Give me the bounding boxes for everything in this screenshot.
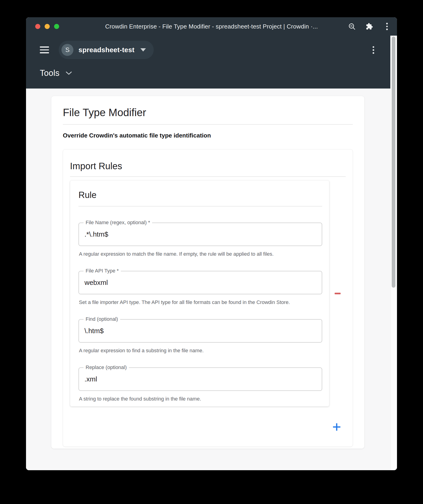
crowdin-app-header: S spreadsheet-test Tools (26, 36, 390, 89)
zoom-out-icon[interactable] (348, 23, 356, 30)
scrollbar-thumb[interactable] (392, 36, 395, 288)
extensions-puzzle-icon[interactable] (366, 23, 373, 30)
chevron-down-icon[interactable] (66, 71, 72, 75)
replace-input[interactable] (79, 375, 322, 383)
header-menu-icon[interactable] (373, 46, 374, 54)
find-field-group: Find (optional) A regular expression to … (79, 319, 322, 354)
zoom-window-button[interactable] (54, 24, 59, 29)
file-name-input[interactable] (79, 230, 322, 238)
find-help: A regular expression to find a substring… (79, 347, 322, 354)
add-rule-button[interactable] (331, 421, 343, 433)
page-content: File Type Modifier Override Crowdin's au… (26, 89, 390, 470)
file-name-label: File Name (regex, optional) * (84, 220, 152, 226)
plus-icon (332, 422, 342, 432)
page-tab-title: Crowdin Enterprise - File Type Modifier … (26, 23, 397, 30)
browser-window: Crowdin Enterprise - File Type Modifier … (26, 17, 397, 470)
page-viewport: S spreadsheet-test Tools (26, 36, 390, 470)
minus-icon (335, 293, 341, 294)
file-api-type-input[interactable] (79, 279, 322, 287)
replace-label: Replace (optional) (84, 364, 129, 370)
tools-nav-label[interactable]: Tools (40, 68, 60, 78)
rule-title: Rule (79, 190, 322, 200)
scrollbar-track[interactable] (390, 36, 397, 470)
minimize-window-button[interactable] (45, 24, 50, 29)
file-type-modifier-card: File Type Modifier Override Crowdin's au… (51, 96, 364, 449)
import-rules-card: Import Rules Rule File Name (regex, opti… (63, 149, 353, 447)
file-api-type-label: File API Type * (84, 268, 121, 274)
file-name-help: A regular expression to match the file n… (79, 250, 322, 258)
find-input[interactable] (79, 327, 322, 335)
replace-field-group: Replace (optional) A string to replace t… (79, 367, 322, 403)
title-divider (63, 124, 353, 125)
rule-card: Rule File Name (regex, optional) * A reg… (70, 180, 329, 407)
import-rules-title: Import Rules (70, 161, 346, 171)
project-name: spreadsheet-test (79, 46, 135, 54)
file-api-type-field-group: File API Type * Set a file importer API … (79, 271, 322, 306)
replace-help: A string to replace the found substring … (79, 395, 322, 403)
browser-menu-icon[interactable] (383, 23, 391, 30)
project-avatar: S (61, 44, 74, 56)
window-controls (26, 24, 59, 29)
rule-divider (79, 206, 322, 206)
browser-titlebar: Crowdin Enterprise - File Type Modifier … (26, 17, 397, 36)
file-name-field-group: File Name (regex, optional) * A regular … (79, 222, 322, 258)
page-title: File Type Modifier (63, 106, 353, 119)
file-api-type-help: Set a file importer API type. The API ty… (79, 299, 322, 306)
remove-rule-button[interactable] (331, 289, 344, 298)
caret-down-icon (140, 48, 146, 52)
import-rules-divider (70, 176, 346, 177)
project-switcher[interactable]: S spreadsheet-test (59, 41, 154, 59)
find-label: Find (optional) (84, 316, 120, 322)
hamburger-menu-icon[interactable] (40, 47, 49, 53)
page-subtitle: Override Crowdin's automatic file type i… (63, 132, 353, 139)
close-window-button[interactable] (35, 24, 40, 29)
